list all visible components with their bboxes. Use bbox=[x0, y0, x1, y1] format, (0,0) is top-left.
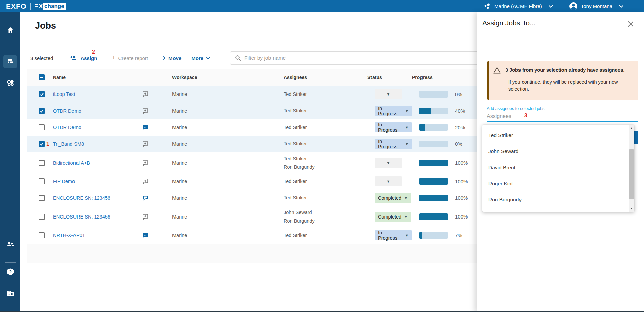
job-name-link[interactable]: OTDR Demo bbox=[53, 108, 81, 114]
topbar-divider bbox=[561, 0, 561, 12]
workspace-cell: Marine bbox=[172, 233, 284, 238]
row-checkbox[interactable] bbox=[39, 91, 45, 97]
status-dropdown[interactable]: Completed ▼ bbox=[375, 193, 411, 203]
sidebar-item-home[interactable] bbox=[0, 23, 20, 37]
selection-toolbar: 3 selected Assign + Create report Move M… bbox=[30, 51, 210, 65]
sidebar-item-results[interactable] bbox=[0, 76, 20, 89]
job-name-link[interactable]: OTDR Demo bbox=[53, 125, 81, 130]
assignee-option[interactable]: John Seward bbox=[482, 143, 634, 160]
scrollbar-thumb[interactable] bbox=[629, 149, 634, 199]
row-checkbox[interactable] bbox=[39, 195, 45, 201]
status-dropdown[interactable]: ▼ bbox=[375, 158, 402, 168]
workspace-cell: Marine bbox=[172, 91, 284, 97]
note-icon[interactable] bbox=[142, 108, 149, 114]
note-icon[interactable] bbox=[142, 178, 149, 185]
organization-menu[interactable]: Marine (ACME Fibre) bbox=[484, 3, 553, 10]
job-name-link[interactable]: ENCLOSURE SN: 123456 bbox=[53, 214, 110, 220]
assignee-option-label: David Brent bbox=[488, 165, 515, 171]
note-icon[interactable] bbox=[142, 91, 149, 98]
assign-jobs-panel: Assign Jobs To... 3 Jobs from your selec… bbox=[477, 12, 644, 312]
scroll-up-icon[interactable]: ▲ bbox=[629, 125, 634, 131]
note-icon[interactable] bbox=[142, 141, 149, 147]
status-dropdown[interactable]: In Progress ▼ bbox=[375, 122, 412, 132]
assignee-option[interactable]: David Brent bbox=[482, 160, 634, 176]
header-assignees[interactable]: Assignees bbox=[284, 75, 367, 80]
assignees-input[interactable] bbox=[487, 111, 638, 122]
row-checkbox[interactable] bbox=[39, 141, 45, 147]
table-header-row: Name Workspace Assignees Status Progress bbox=[27, 69, 493, 86]
scroll-down-icon[interactable]: ▼ bbox=[629, 206, 634, 211]
status-dropdown[interactable]: In Progress ▼ bbox=[375, 139, 412, 149]
user-menu[interactable]: Tony Montana bbox=[569, 2, 623, 10]
move-label: Move bbox=[168, 55, 181, 61]
sidebar-item-organization[interactable] bbox=[0, 287, 20, 300]
assignees-cell: Ted Striker bbox=[284, 107, 367, 115]
selected-count: 3 selected bbox=[30, 55, 53, 61]
status-dropdown[interactable]: In Progress ▼ bbox=[375, 106, 412, 116]
assignee-option[interactable]: Ted Striker bbox=[482, 127, 634, 143]
annotation-2: 2 bbox=[92, 49, 95, 55]
assignees-cell: Ted Striker bbox=[284, 231, 367, 240]
progress-label: 100% bbox=[455, 195, 468, 201]
table-row: ENCLOSURE SN: 123456 Marine John SewardR… bbox=[27, 206, 493, 227]
progress-label: 100% bbox=[455, 179, 468, 184]
note-icon[interactable] bbox=[142, 232, 149, 239]
row-checkbox[interactable] bbox=[39, 232, 45, 238]
dropdown-scrollbar[interactable]: ▲ ▼ bbox=[629, 125, 634, 212]
header-name[interactable]: Name bbox=[53, 75, 142, 80]
warning-title: 3 Jobs from your selection already have … bbox=[505, 67, 625, 73]
note-icon[interactable] bbox=[142, 160, 149, 166]
status-dropdown[interactable]: In Progress ▼ bbox=[375, 230, 412, 240]
table-footer bbox=[27, 244, 493, 263]
row-checkbox[interactable] bbox=[39, 108, 45, 114]
status-dropdown[interactable]: ▼ bbox=[375, 89, 402, 99]
header-status[interactable]: Status bbox=[367, 75, 412, 80]
filter-input[interactable] bbox=[244, 55, 491, 61]
job-name-link[interactable]: Bidirectional A>B bbox=[53, 160, 90, 166]
building-icon bbox=[6, 290, 14, 297]
job-name-link[interactable]: iLoop Test bbox=[53, 91, 75, 97]
close-button[interactable] bbox=[627, 20, 635, 28]
create-report-label: Create report bbox=[118, 55, 148, 61]
create-report-button[interactable]: + Create report bbox=[112, 55, 148, 61]
caret-down-icon: ▼ bbox=[387, 179, 390, 183]
note-icon[interactable] bbox=[142, 213, 149, 220]
caret-down-icon: ▼ bbox=[387, 161, 390, 165]
row-checkbox[interactable] bbox=[39, 178, 45, 184]
caret-down-icon: ▼ bbox=[405, 125, 409, 129]
header-workspace[interactable]: Workspace bbox=[172, 75, 284, 80]
assignees-cell: Ted Striker bbox=[284, 123, 367, 132]
assignee-option-label: Ted Striker bbox=[488, 132, 513, 138]
progress-bar bbox=[419, 91, 448, 98]
jobs-table: Name Workspace Assignees Status Progress… bbox=[27, 69, 493, 263]
sidebar-item-team[interactable] bbox=[0, 238, 20, 251]
workspaces-dots-icon bbox=[484, 3, 491, 10]
job-name-link[interactable]: Tri_Band SM8 bbox=[53, 141, 84, 147]
job-name-link[interactable]: ENCLOSURE SN: 123456 bbox=[53, 195, 110, 201]
job-name-link[interactable]: NRTH-X-AP01 bbox=[53, 233, 85, 238]
assignee-option[interactable]: Roger Kint bbox=[482, 176, 634, 192]
move-button[interactable]: Move bbox=[159, 55, 181, 61]
progress-bar bbox=[419, 195, 448, 201]
assignees-dropdown: Ted StrikerJohn SewardDavid BrentRoger K… bbox=[482, 125, 634, 212]
status-dropdown[interactable]: Completed ▼ bbox=[375, 212, 411, 222]
progress-bar bbox=[419, 108, 448, 114]
sidebar-item-jobs[interactable] bbox=[0, 55, 20, 68]
note-icon[interactable] bbox=[142, 124, 149, 131]
row-checkbox[interactable] bbox=[39, 214, 45, 220]
note-icon[interactable] bbox=[142, 195, 149, 201]
assignee-option[interactable]: Ron Burgundy bbox=[482, 192, 634, 208]
assignee-option-label: Roger Kint bbox=[488, 181, 513, 187]
progress-label: 7% bbox=[455, 233, 462, 238]
job-name-link[interactable]: FIP Demo bbox=[53, 179, 75, 184]
caret-down-icon: ▼ bbox=[387, 92, 390, 96]
assign-button[interactable]: Assign bbox=[70, 55, 97, 61]
sidebar-item-help[interactable]: ? bbox=[0, 265, 20, 278]
more-button[interactable]: More bbox=[191, 55, 210, 61]
row-checkbox[interactable] bbox=[39, 124, 45, 130]
select-all-checkbox[interactable] bbox=[39, 74, 45, 80]
progress-label: 20% bbox=[455, 125, 465, 130]
avatar-icon bbox=[569, 2, 578, 10]
row-checkbox[interactable] bbox=[39, 160, 45, 166]
status-dropdown[interactable]: ▼ bbox=[375, 176, 402, 186]
